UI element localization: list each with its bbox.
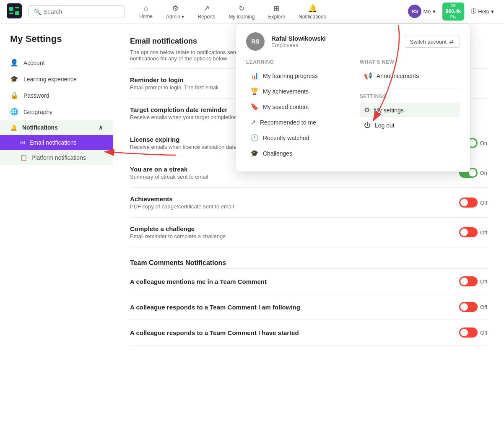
sidebar-item-email-notifications[interactable]: ✉ Email notifications (0, 135, 113, 150)
announcements-icon: 📢 (364, 72, 372, 80)
sidebar-item-learning-experience[interactable]: 🎓 Learning experience (0, 71, 113, 87)
notifications-section: 🔔 Notifications ∧ ✉ Email notifications … (0, 120, 113, 165)
dropdown-link-recently-watched[interactable]: 🕐 Recently watched (246, 130, 346, 145)
sidebar-label-account: Account (23, 60, 45, 66)
learning-experience-icon: 🎓 (10, 75, 18, 83)
dropdown-link-announcements[interactable]: 📢 Announcements (360, 68, 460, 83)
search-icon: 🔍 (34, 8, 41, 15)
nav-label-notifications: Notifications (299, 14, 326, 20)
svg-rect-1 (9, 7, 13, 11)
user-dropdown-menu: RS Rafal Slowikowski Employees Switch ac… (236, 23, 470, 172)
help-button[interactable]: ⓘ Help ▾ (468, 6, 497, 17)
password-icon: 🔒 (10, 91, 18, 99)
logout-icon: ⏻ (364, 122, 371, 129)
nav-item-my-learning[interactable]: ↻ My learning (223, 2, 260, 21)
sidebar-item-geography[interactable]: 🌐 Geography (0, 104, 113, 120)
reports-icon: ↗ (203, 4, 210, 13)
search-input[interactable] (44, 8, 120, 15)
switch-icon: ⇄ (449, 39, 454, 45)
search-bar[interactable]: 🔍 (29, 5, 125, 18)
nav-item-reports[interactable]: ↗ Reports (192, 2, 221, 21)
nav-label-explore: Explore (268, 14, 285, 20)
dropdown-divider (360, 88, 460, 88)
top-navigation: 🔍 ⌂ Home ⚙ Admin ▾ ↗ Reports ↻ My learni… (0, 0, 504, 23)
sidebar-item-account[interactable]: 👤 Account (0, 55, 113, 71)
sidebar-label-password: Password (23, 92, 49, 99)
my-settings-icon: ⚙ (364, 106, 370, 114)
dropdown-right-col: What's new 📢 Announcements Settings ⚙ My… (360, 59, 460, 161)
help-label: Help (478, 8, 489, 15)
setting-row-complete-challenge: Complete a challenge Email reminder to c… (130, 218, 487, 247)
learning-progress-icon: 📊 (250, 72, 259, 80)
dropdown-user-info: Rafal Slowikowski Employees (271, 35, 326, 48)
colleague-responds-following-toggle[interactable] (459, 302, 478, 312)
sidebar-item-password[interactable]: 🔒 Password (0, 87, 113, 104)
geography-icon: 🌐 (10, 108, 18, 116)
dropdown-user-role: Employees (271, 42, 326, 48)
svg-rect-4 (15, 11, 19, 15)
setting-row-colleague-responds-started: A colleague responds to a Team Comment I… (130, 320, 487, 345)
streak-toggle-label: On (480, 170, 487, 176)
achievements-toggle[interactable] (459, 198, 478, 208)
achievements-desc: PDF copy of badge/certificate sent to em… (130, 203, 234, 210)
nav-item-admin[interactable]: ⚙ Admin ▾ (160, 2, 190, 21)
me-chevron-icon: ▾ (433, 8, 436, 15)
explore-icon: ⊞ (273, 4, 280, 13)
dropdown-link-my-settings[interactable]: ⚙ My settings (360, 103, 460, 117)
dropdown-link-recommended[interactable]: ↗ Recommended to me (246, 115, 346, 130)
streak-title: You are on a streak (130, 166, 208, 173)
recommended-icon: ↗ (250, 118, 256, 126)
help-icon: ⓘ (471, 8, 476, 15)
colleague-responds-following-toggle-label: Off (480, 304, 487, 310)
nav-label-reports: Reports (197, 14, 215, 20)
reminder-login-title: Reminder to login (130, 76, 218, 83)
setting-row-colleague-mentions: A colleague mentions me in a Team Commen… (130, 269, 487, 294)
dropdown-learning-col: Learning 📊 My learning progress 🏆 My ach… (246, 59, 346, 161)
nav-item-notifications[interactable]: 🔔 Notifications (293, 2, 332, 21)
colleague-mentions-toggle[interactable] (459, 276, 478, 286)
my-learning-icon: ↻ (239, 4, 245, 13)
complete-challenge-desc: Email reminder to complete a challenge (130, 233, 226, 239)
dropdown-user-name: Rafal Slowikowski (271, 35, 326, 42)
colleague-responds-following-label: A colleague responds to a Team Comment I… (130, 304, 300, 311)
nav-right: RS Me ▾ 19 860.4k Pts ⓘ Help ▾ (405, 3, 497, 20)
dropdown-link-achievements[interactable]: 🏆 My achievements (246, 84, 346, 99)
nav-label-my-learning: My learning (229, 14, 255, 20)
dropdown-link-logout[interactable]: ⏻ Log out (360, 118, 460, 133)
nav-label-home: Home (139, 13, 153, 19)
recently-watched-icon: 🕐 (250, 134, 259, 142)
dropdown-columns: Learning 📊 My learning progress 🏆 My ach… (246, 59, 460, 161)
dropdown-link-saved-content[interactable]: 🔖 My saved content (246, 99, 346, 114)
divider-7 (130, 247, 487, 247)
dropdown-link-learning-progress[interactable]: 📊 My learning progress (246, 68, 346, 83)
nav-item-explore[interactable]: ⊞ Explore (262, 2, 291, 21)
setting-row-achievements: Achievements PDF copy of badge/certifica… (130, 188, 487, 217)
dropdown-header: RS Rafal Slowikowski Employees Switch ac… (246, 32, 460, 51)
dropdown-link-challenges[interactable]: 🎓 Challenges (246, 146, 346, 161)
svg-rect-2 (15, 7, 19, 8)
notifications-section-icon: 🔔 (10, 124, 17, 131)
divider-11 (130, 345, 487, 346)
svg-rect-0 (7, 3, 22, 18)
complete-challenge-title: Complete a challenge (130, 225, 226, 232)
notifications-chevron-icon: ∧ (99, 124, 103, 131)
user-avatar: RS (408, 5, 421, 18)
sidebar-label-learning-experience: Learning experience (23, 76, 77, 83)
account-icon: 👤 (10, 59, 18, 67)
setting-row-colleague-responds-following: A colleague responds to a Team Comment I… (130, 294, 487, 320)
complete-challenge-toggle[interactable] (459, 227, 478, 237)
nav-item-home[interactable]: ⌂ Home (133, 2, 158, 21)
sidebar: My Settings 👤 Account 🎓 Learning experie… (0, 23, 113, 447)
sidebar-label-platform-notifications: Platform notifications (31, 154, 86, 161)
whats-new-title: What's new (360, 59, 460, 65)
notifications-section-header[interactable]: 🔔 Notifications ∧ (0, 120, 113, 135)
svg-rect-3 (9, 13, 13, 14)
logo[interactable] (7, 3, 22, 20)
colleague-responds-started-toggle[interactable] (459, 327, 478, 338)
me-button[interactable]: RS Me ▾ (405, 3, 439, 20)
help-chevron-icon: ▾ (491, 8, 494, 15)
sidebar-label-geography: Geography (23, 109, 52, 115)
saved-content-icon: 🔖 (250, 103, 259, 111)
sidebar-item-platform-notifications[interactable]: 📋 Platform notifications (0, 150, 113, 165)
switch-account-button[interactable]: Switch account ⇄ (404, 36, 460, 48)
